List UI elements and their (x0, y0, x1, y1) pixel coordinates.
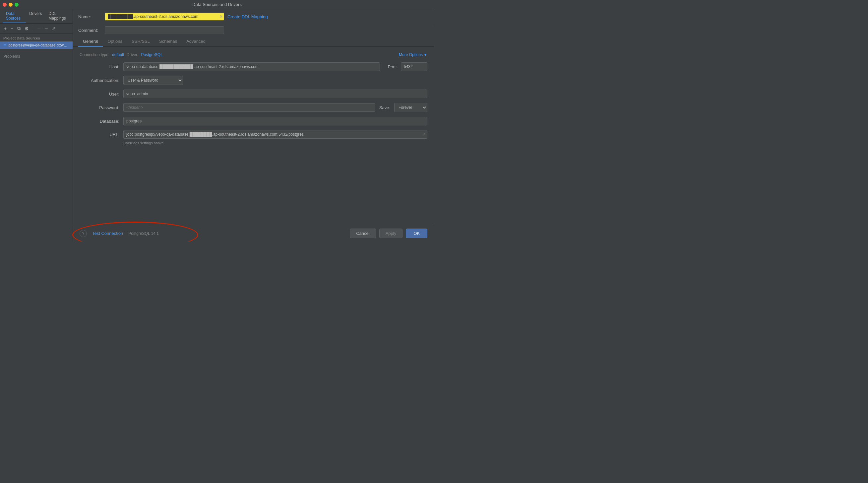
section-label: Project Data Sources (0, 33, 72, 41)
host-input[interactable] (123, 62, 380, 71)
host-row: Host: Port: (80, 62, 427, 71)
db-item-postgres[interactable]: postgres@vepo-qa-database.clzwnfnywws7.a… (0, 41, 72, 49)
name-row: Name: ✕ Create DDL Mapping (73, 9, 434, 24)
connection-type-row: Connection type: default Driver: Postgre… (80, 53, 427, 57)
save-select[interactable]: Forever Until restart Never (394, 103, 427, 112)
name-label: Name: (78, 14, 101, 19)
authentication-select[interactable]: User & Password No auth PGPASS file (123, 76, 183, 85)
tab-options[interactable]: Options (103, 36, 127, 47)
maximize-button[interactable] (14, 3, 19, 7)
name-input[interactable] (105, 12, 224, 21)
driver-label: Driver: (127, 53, 138, 57)
password-row: Password: Save: Forever Until restart Ne… (80, 103, 427, 112)
password-label: Password: (80, 105, 119, 110)
db-icon (3, 43, 6, 48)
window-title: Data Sources and Drivers (192, 2, 242, 7)
tab-ddl-mappings[interactable]: DDL Mappings (45, 9, 70, 23)
host-label: Host: (80, 64, 119, 69)
user-row: User: (80, 90, 427, 98)
port-input[interactable] (401, 62, 427, 71)
chevron-down-icon: ▼ (424, 53, 427, 57)
title-bar: Data Sources and Drivers (0, 0, 434, 9)
test-connection-button[interactable]: Test Connection (92, 231, 123, 236)
tabs-bar: General Options SSH/SSL Schemas Advanced (73, 36, 434, 47)
add-button[interactable]: + (3, 25, 8, 32)
save-row: Save: Forever Until restart Never (379, 103, 427, 112)
copy-button[interactable]: ⧉ (16, 25, 22, 32)
left-panel: Data Sources Drivers DDL Mappings + − ⧉ … (0, 9, 73, 241)
name-input-wrap: ✕ (105, 12, 224, 21)
toolbar-separator (33, 26, 33, 31)
problems-section: Problems (0, 52, 72, 61)
user-label: User: (80, 92, 119, 96)
left-toolbar: + − ⧉ ⚙ ← → ↗ (0, 24, 72, 33)
remove-button[interactable]: − (9, 25, 14, 32)
conn-type-label: Connection type: (80, 53, 110, 57)
left-top-bar: Data Sources Drivers DDL Mappings + − ⧉ … (0, 9, 72, 33)
database-row: Database: (80, 117, 427, 125)
comment-row: Comment: (73, 24, 434, 36)
pg-version: PostgreSQL 14.1 (128, 231, 159, 236)
cancel-button[interactable]: Cancel (350, 229, 376, 238)
bottom-bar: ? Test Connection PostgreSQL 14.1 Cancel… (73, 225, 434, 241)
back-button[interactable]: ← (36, 26, 42, 31)
right-panel: Name: ✕ Create DDL Mapping Comment: Gene… (73, 9, 434, 241)
database-label: Database: (80, 119, 119, 124)
bottom-right: Cancel Apply OK (350, 229, 427, 238)
main-container: Data Sources Drivers DDL Mappings + − ⧉ … (0, 9, 434, 241)
content-area: Connection type: default Driver: Postgre… (73, 47, 434, 225)
settings-button[interactable]: ⚙ (23, 25, 30, 32)
tab-schemas[interactable]: Schemas (155, 36, 182, 47)
close-button[interactable] (3, 3, 7, 7)
comment-label: Comment: (78, 28, 101, 33)
url-hint: Overrides settings above (123, 141, 164, 145)
tab-ssh-ssl[interactable]: SSH/SSL (127, 36, 155, 47)
tab-advanced[interactable]: Advanced (182, 36, 210, 47)
driver-value[interactable]: PostgreSQL (141, 53, 162, 57)
name-clear-button[interactable]: ✕ (219, 14, 223, 19)
tab-general[interactable]: General (78, 36, 103, 47)
traffic-lights (3, 3, 19, 7)
save-label: Save: (379, 105, 390, 110)
url-label: URL: (80, 132, 119, 137)
svg-point-0 (4, 44, 6, 45)
nav-arrows: ← → (36, 26, 49, 31)
conn-type-left: Connection type: default Driver: Postgre… (80, 53, 163, 57)
authentication-row: Authentication: User & Password No auth … (80, 76, 427, 85)
database-input[interactable] (123, 117, 427, 125)
url-input[interactable] (123, 130, 427, 139)
apply-button[interactable]: Apply (379, 229, 403, 238)
tab-data-sources[interactable]: Data Sources (3, 9, 26, 23)
tab-drivers[interactable]: Drivers (26, 9, 45, 23)
url-expand-button[interactable]: ↗ (423, 132, 425, 137)
left-tabs: Data Sources Drivers DDL Mappings (0, 9, 72, 24)
password-input[interactable] (123, 103, 375, 112)
url-row: URL: ↗ Overrides settings above (80, 130, 427, 145)
forward-button[interactable]: → (43, 26, 49, 31)
conn-type-value[interactable]: default (112, 53, 124, 57)
comment-input[interactable] (105, 26, 224, 34)
minimize-button[interactable] (9, 3, 12, 7)
create-ddl-link[interactable]: Create DDL Mapping (227, 14, 268, 19)
more-options-button[interactable]: More Options ▼ (399, 53, 427, 57)
user-input[interactable] (123, 90, 427, 98)
ok-button[interactable]: OK (406, 229, 427, 238)
help-button[interactable]: ? (80, 230, 87, 237)
bottom-left: ? Test Connection PostgreSQL 14.1 (80, 230, 159, 237)
export-button[interactable]: ↗ (51, 25, 57, 32)
authentication-label: Authentication: (80, 78, 119, 83)
db-item-label: postgres@vepo-qa-database.clzwnfnywws7.a… (8, 43, 69, 47)
port-label: Port: (388, 64, 397, 69)
